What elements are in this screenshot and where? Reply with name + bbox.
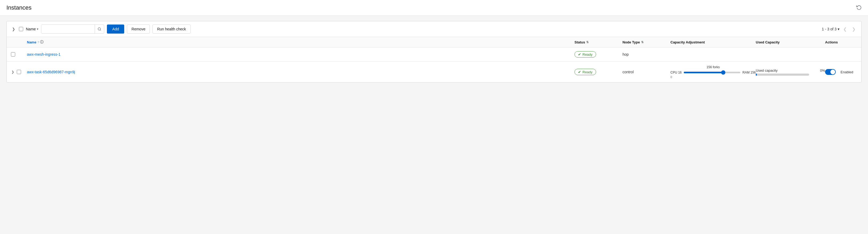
row2-status-check-icon: ✔	[578, 70, 581, 74]
name-filter[interactable]: Name ▾	[26, 27, 38, 31]
row2-expand-button[interactable]: ❯	[11, 70, 15, 74]
row1-status-badge: ✔ Ready	[575, 51, 596, 58]
row2-enabled-label: Enabled	[841, 70, 853, 74]
name-sort-icon[interactable]: ↑	[37, 40, 39, 44]
page-title: Instances	[6, 4, 31, 11]
row2-used-cap-header: Used capacity 0%	[756, 68, 825, 72]
row2-ram-label: RAM 156	[742, 71, 756, 74]
header-nodetype-col: Node Type ⇅	[622, 40, 671, 44]
pagination-next-button[interactable]: ❯	[850, 26, 857, 33]
row2-toggle-thumb	[830, 70, 835, 74]
row2-node-type: control	[622, 70, 671, 74]
toolbar-right: 1 - 3 of 3 ▾ ❮ ❯	[822, 26, 857, 33]
row2-status-badge: ✔ Ready	[575, 69, 596, 75]
row2-checkbox[interactable]	[17, 70, 21, 74]
row1-instance-link[interactable]: awx-mesh-ingress-1	[27, 52, 61, 57]
pagination-dropdown-arrow: ▾	[838, 27, 839, 31]
header-capacity-col: Capacity Adjustment	[671, 40, 756, 44]
row1-node-type: hop	[622, 52, 671, 57]
instances-table-container: ❯ Name ▾ Add Remove Ru	[6, 21, 862, 82]
pagination-text: 1 - 3 of 3	[822, 27, 837, 31]
name-info-icon[interactable]: ⓘ	[40, 40, 43, 44]
main-content: ❯ Name ▾ Add Remove Ru	[0, 16, 868, 88]
row2-slider-track	[684, 72, 740, 73]
table-row: awx-mesh-ingress-1 ✔ Ready hop	[7, 47, 861, 62]
row2-capacity-bar-track	[756, 73, 809, 76]
select-all-checkbox[interactable]	[19, 27, 23, 31]
status-sort-icon[interactable]: ⇅	[586, 40, 589, 44]
name-filter-arrow: ▾	[37, 27, 38, 31]
row1-status-check-icon: ✔	[578, 52, 581, 57]
header-name-col: Name ↑ ⓘ	[27, 40, 575, 44]
row2-used-capacity-section: Used capacity 0%	[756, 68, 825, 76]
row2-name-cell: awx-task-65d6d96987-mgn9j	[27, 70, 575, 74]
search-input[interactable]	[41, 25, 95, 33]
search-button[interactable]	[95, 25, 104, 33]
health-check-button[interactable]: Run health check	[153, 25, 190, 34]
svg-point-0	[98, 28, 100, 30]
table-row: ❯ awx-task-65d6d96987-mgn9j ✔ Ready cont…	[7, 62, 861, 82]
pagination: 1 - 3 of 3 ▾ ❮ ❯	[822, 26, 857, 33]
row2-actions-cell: Enabled	[825, 69, 857, 75]
row2-capacity-section: 156 forks CPU 16 RAM 156 0	[671, 65, 756, 79]
row2-slider-thumb[interactable]	[721, 70, 725, 75]
row2-forks-label: 156 forks	[671, 65, 756, 69]
row2-toggle-track	[825, 69, 836, 75]
header-status-col: Status ⇅	[575, 40, 622, 44]
add-button[interactable]: Add	[107, 25, 124, 34]
history-icon[interactable]	[856, 4, 862, 11]
remove-button[interactable]: Remove	[127, 25, 150, 34]
row2-status-cell: ✔ Ready	[575, 69, 622, 75]
row1-status-cell: ✔ Ready	[575, 51, 622, 58]
row2-instance-link[interactable]: awx-task-65d6d96987-mgn9j	[27, 70, 75, 74]
page-header: Instances	[0, 0, 868, 16]
expand-all-button[interactable]: ❯	[11, 26, 16, 32]
header-used-capacity-col: Used Capacity	[756, 40, 825, 44]
row2-enabled-toggle[interactable]	[825, 69, 836, 75]
pagination-prev-button[interactable]: ❮	[842, 26, 848, 33]
row2-used-cap-label: Used capacity	[756, 68, 778, 72]
toolbar: ❯ Name ▾ Add Remove Ru	[7, 21, 861, 37]
header-actions-col: Actions	[825, 40, 857, 44]
search-input-wrapper	[41, 25, 104, 34]
row2-slider-fill	[684, 72, 723, 73]
row2-slider-min: 0	[671, 75, 756, 79]
row2-checkbox-cell: ❯	[11, 70, 27, 74]
row1-checkbox[interactable]	[11, 52, 15, 57]
row2-used-cap-pct: 0%	[820, 68, 825, 72]
row2-capacity-bar-fill	[756, 73, 757, 76]
nodetype-sort-icon[interactable]: ⇅	[641, 40, 644, 44]
row2-cpu-label: CPU 16	[671, 71, 682, 74]
row2-slider-row: CPU 16 RAM 156	[671, 71, 756, 74]
pagination-label[interactable]: 1 - 3 of 3 ▾	[822, 27, 839, 31]
table-header: Name ↑ ⓘ Status ⇅ Node Type ⇅ Capacity A…	[7, 37, 861, 47]
row1-checkbox-cell	[11, 52, 27, 57]
toolbar-left: ❯ Name ▾ Add Remove Ru	[11, 25, 819, 34]
name-filter-label: Name	[26, 27, 36, 31]
svg-line-1	[100, 30, 101, 31]
row1-name-cell: awx-mesh-ingress-1	[27, 52, 575, 57]
